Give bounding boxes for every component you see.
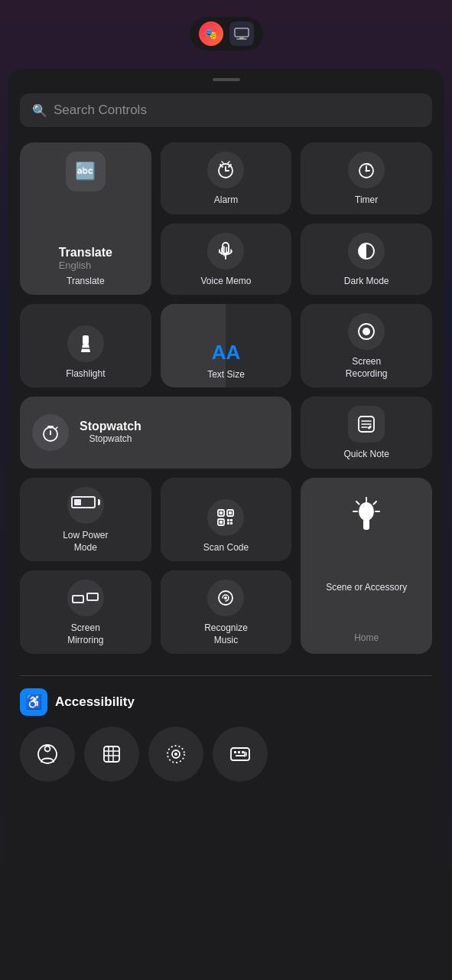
svg-point-28 [50,433,51,435]
section-separator [20,675,432,676]
search-placeholder: Search Controls [54,103,147,118]
home-text: Scene or Accessory [323,582,410,593]
dark-mode-icon [348,233,385,270]
translate-title: Translate [59,246,112,260]
search-bar[interactable]: 🔍 Search Controls [20,93,432,127]
svg-rect-57 [104,746,119,762]
accessibility-section-title: Accessibility [55,694,135,710]
flashlight-label: Flashlight [66,368,105,381]
svg-line-31 [56,427,57,429]
translate-icon: 🔤 [66,152,106,191]
svg-rect-0 [235,28,249,37]
svg-point-54 [224,596,227,599]
text-size-label: Text Size [207,369,245,380]
svg-point-47 [359,502,374,521]
screen-mirroring-control[interactable]: ScreenMirroring [20,570,151,654]
svg-point-56 [45,746,50,752]
low-power-control[interactable]: Low PowerMode [20,478,151,561]
svg-rect-42 [219,521,223,524]
accessibility-section-header: ♿ Accessibility [20,688,432,716]
voice-memo-label: Voice Memo [200,276,251,288]
quick-note-label: Quick Note [343,449,389,461]
svg-rect-43 [227,519,229,521]
home-light-icon [353,496,380,542]
svg-point-25 [363,328,370,335]
quick-note-icon [348,406,385,443]
recognize-music-label: RecognizeMusic [204,622,248,646]
home-control[interactable]: Scene or Accessory Home [301,478,432,654]
flashlight-icon [67,325,104,362]
svg-rect-46 [230,522,233,524]
svg-line-9 [228,162,229,163]
timer-icon [348,152,385,188]
svg-rect-68 [242,751,244,753]
stopwatch-icon [32,414,69,451]
svg-rect-67 [238,751,240,753]
low-power-label: Low PowerMode [63,530,108,554]
recognize-music-icon [207,580,244,616]
sheet-handle [213,78,240,81]
alarm-icon [207,152,244,188]
svg-point-64 [174,753,177,756]
svg-line-8 [222,162,223,163]
accessibility-section-icon: ♿ [20,688,47,716]
svg-rect-36 [368,426,372,430]
controls-grid: 🔤 Translate English Translate [20,142,432,663]
dark-mode-control[interactable]: Dark Mode [301,224,432,296]
alarm-control[interactable]: Alarm [161,142,292,214]
svg-rect-44 [230,519,233,521]
stopwatch-text: Stopwatch Stopwatch [80,420,141,446]
scan-code-icon [207,499,244,536]
svg-rect-48 [363,519,369,530]
svg-rect-40 [229,511,232,514]
text-size-icon: AA [212,341,241,364]
svg-rect-38 [219,511,223,514]
timer-label: Timer [355,194,378,207]
svg-line-51 [374,501,377,505]
svg-line-50 [356,501,359,505]
home-sublabel: Home [354,632,379,643]
svg-point-11 [366,170,368,172]
alarm-label: Alarm [214,194,238,207]
screen-recording-label: ScreenRecording [346,356,388,380]
stopwatch-label: Stopwatch [80,433,141,446]
translate-control[interactable]: 🔤 Translate English Translate [20,142,151,295]
svg-rect-12 [223,243,229,253]
svg-rect-66 [234,751,236,753]
translate-subtitle: English [59,260,112,271]
now-playing-pill[interactable]: 🎭 [190,17,263,51]
translate-label: Translate [67,276,105,288]
quick-note-control[interactable]: Quick Note [301,397,432,469]
control-center-sheet: 🔍 Search Controls 🔤 Translate English Tr… [8,69,444,980]
apple-tv-icon [229,21,254,46]
stopwatch-control[interactable]: Stopwatch Stopwatch [20,397,291,469]
screen-mirroring-icon [67,580,104,616]
screen-recording-icon [348,313,385,350]
accessibility-controls-row [20,727,432,782]
screen-recording-control[interactable]: ScreenRecording [301,304,432,387]
text-size-control[interactable]: AA Text Size [161,304,292,387]
svg-rect-45 [227,522,229,524]
stopwatch-title: Stopwatch [80,420,141,433]
search-icon: 🔍 [32,103,47,118]
translate-info: Translate English [59,246,112,271]
low-power-icon [67,487,104,524]
guided-access-control[interactable] [148,727,203,782]
avatar: 🎭 [199,21,223,46]
timer-control[interactable]: Timer [301,142,432,214]
keyboard-shortcuts-control[interactable] [213,727,268,782]
scan-code-label: Scan Code [203,542,249,554]
accessibility-shortcut-control[interactable] [20,727,75,782]
flashlight-control[interactable]: Flashlight [20,304,151,387]
screen-mirroring-label: ScreenMirroring [67,622,103,646]
svg-rect-69 [236,755,245,756]
assistive-touch-control[interactable] [84,727,139,782]
scan-code-control[interactable]: Scan Code [161,478,292,561]
top-bar: 🎭 [0,8,452,60]
svg-rect-21 [83,335,89,345]
voice-memo-icon [207,233,244,270]
dark-mode-label: Dark Mode [344,276,389,288]
recognize-music-control[interactable]: RecognizeMusic [161,570,292,654]
voice-memo-control[interactable]: Voice Memo [161,224,292,296]
home-scene-label: Scene or Accessory [323,582,410,593]
